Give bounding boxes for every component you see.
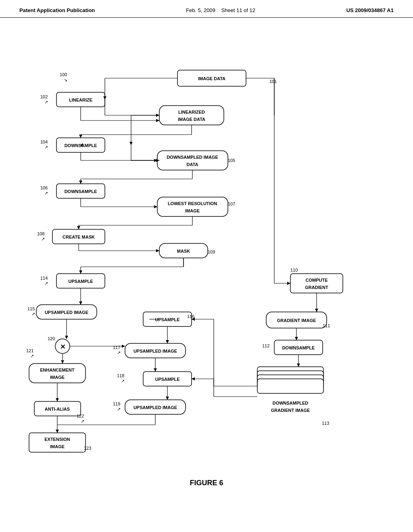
- label-120: 120: [48, 336, 55, 341]
- label-106: 106: [40, 185, 48, 190]
- upsampled-119-label: UPSAMPLED IMAGE: [133, 405, 177, 410]
- multiply-icon: ✕: [60, 343, 65, 350]
- label-104: 104: [40, 139, 48, 144]
- label-119-dash: ↗: [117, 407, 121, 411]
- diagram: .lbl { font-family: Arial, sans-serif; f…: [0, 18, 413, 501]
- label-108-dash: ↗: [41, 237, 45, 241]
- label-102-dash: ↗: [44, 100, 48, 104]
- upsample-114-label: UPSAMPLE: [68, 279, 93, 284]
- svg-marker-44: [129, 142, 133, 145]
- svg-marker-89: [287, 282, 290, 285]
- upsample-116-label: UPSAMPLE: [155, 317, 179, 322]
- svg-text:IMAGE: IMAGE: [50, 375, 65, 380]
- label-122-dash: ↗: [81, 419, 84, 424]
- svg-rect-5: [157, 151, 228, 170]
- label-102: 102: [40, 94, 48, 99]
- lowest-res-label: LOWEST RESOLUTION: [168, 201, 217, 206]
- linearized-label: LINEARIZED: [178, 110, 205, 114]
- svg-marker-103: [154, 368, 157, 372]
- label-114: 114: [40, 276, 48, 281]
- diagram-svg: .lbl { font-family: Arial, sans-serif; f…: [0, 18, 413, 501]
- svg-marker-51: [156, 119, 159, 122]
- svg-marker-115: [56, 398, 59, 401]
- label-115-dash: ↗: [31, 312, 35, 316]
- svg-text:GRADIENT IMAGE: GRADIENT IMAGE: [271, 408, 310, 413]
- downsampled-label: DOWNSAMPLED IMAGE: [167, 155, 218, 160]
- svg-marker-67: [154, 205, 157, 208]
- svg-rect-25: [257, 379, 323, 393]
- label-108: 108: [37, 231, 44, 236]
- label-104-dash: ↗: [44, 145, 48, 150]
- label-115: 115: [27, 306, 35, 311]
- header-center: Feb. 5, 2009 Sheet 11 of 12: [186, 7, 255, 13]
- svg-text:GRADIENT: GRADIENT: [305, 285, 328, 290]
- header-right: US 2009/034867 A1: [346, 7, 394, 13]
- label-110: 110: [290, 268, 298, 272]
- compute-gradient-label: COMPUTE: [306, 278, 328, 283]
- svg-rect-13: [290, 274, 343, 293]
- label-119: 119: [113, 401, 120, 406]
- svg-text:IMAGE DATA: IMAGE DATA: [178, 117, 205, 122]
- label-118: 118: [117, 373, 124, 378]
- label-121: 121: [26, 348, 33, 353]
- label-111: 111: [323, 323, 330, 328]
- svg-marker-72: [77, 226, 80, 229]
- svg-rect-8: [157, 197, 228, 216]
- downsample-104-label: DOWNSAMPLE: [65, 143, 97, 148]
- label-117: 117: [113, 345, 120, 350]
- svg-rect-31: [29, 433, 86, 452]
- label-121-dash: ↗: [30, 353, 34, 358]
- label-112: 112: [262, 343, 269, 348]
- svg-marker-117: [56, 430, 59, 433]
- label-109: 109: [208, 249, 215, 254]
- header-date: Feb. 5, 2009: [186, 7, 215, 13]
- svg-marker-95: [297, 364, 300, 367]
- svg-text:DATA: DATA: [187, 162, 198, 167]
- header: Patent Application Publication Feb. 5, 2…: [0, 0, 413, 18]
- label-122: 122: [77, 414, 84, 418]
- svg-marker-84: [79, 301, 82, 305]
- linearize-label: LINEARIZE: [69, 98, 92, 102]
- svg-text:IMAGE: IMAGE: [50, 444, 65, 449]
- gradient-image-label: GRADIENT IMAGE: [277, 318, 316, 323]
- svg-marker-86: [65, 336, 68, 339]
- label-100: 100: [60, 72, 67, 77]
- svg-marker-101: [166, 340, 169, 343]
- svg-rect-2: [159, 106, 224, 125]
- label-113: 113: [322, 421, 329, 426]
- svg-marker-107: [192, 377, 195, 380]
- image-data-label: IMAGE DATA: [198, 76, 225, 81]
- enhancement-image-label: ENHANCEMENT: [40, 368, 75, 372]
- mask-label: MASK: [177, 249, 190, 254]
- upsampled-115-label: UPSAMPLED IMAGE: [45, 310, 88, 315]
- create-mask-label: CREATE MASK: [63, 235, 95, 239]
- label-123: 123: [84, 446, 91, 451]
- svg-marker-113: [61, 360, 64, 364]
- downsample-112-label: DOWNSAMPLE: [282, 345, 315, 350]
- downsample-106-label: DOWNSAMPLE: [65, 189, 97, 194]
- svg-marker-109: [166, 397, 169, 400]
- upsampled-117-label: UPSAMPLED IMAGE: [133, 349, 177, 353]
- label-105: 105: [228, 158, 235, 163]
- label-107: 107: [228, 202, 235, 206]
- svg-marker-111: [122, 345, 125, 348]
- upsample-118-label: UPSAMPLE: [155, 377, 179, 382]
- svg-rect-28: [29, 364, 86, 383]
- label-117-dash: ↗: [117, 350, 121, 355]
- downsampled-gradient-label: DOWNSAMPLED: [273, 401, 309, 405]
- svg-marker-64: [79, 181, 82, 184]
- figure-caption: FIGURE 6: [190, 479, 223, 487]
- svg-text:IMAGE: IMAGE: [185, 208, 200, 213]
- svg-marker-79: [79, 270, 82, 274]
- page: Patent Application Publication Feb. 5, 2…: [0, 0, 413, 532]
- label-101: 101: [269, 79, 277, 84]
- extension-image-label: EXTENSION: [44, 437, 70, 442]
- label-100-arrow: ↘: [64, 77, 67, 82]
- svg-marker-75: [156, 249, 159, 252]
- anti-alias-label: ANTI-ALIAS: [45, 407, 70, 411]
- label-116: 116: [187, 314, 194, 319]
- svg-marker-91: [315, 309, 318, 312]
- label-114-dash: ↗: [44, 281, 48, 286]
- svg-marker-57: [79, 135, 82, 138]
- header-left: Patent Application Publication: [19, 7, 95, 13]
